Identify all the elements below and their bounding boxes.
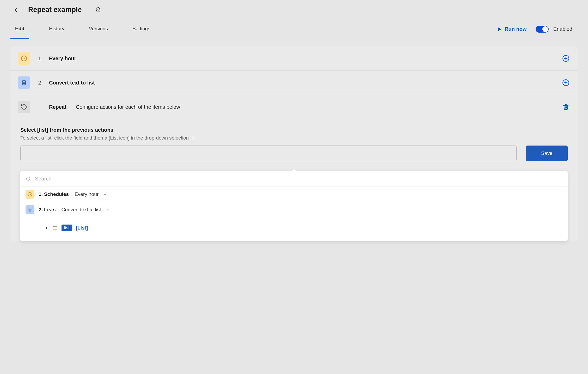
step-number: 2 [37,80,42,86]
clock-icon [26,190,34,199]
list-type-chip: list [62,225,72,231]
save-button[interactable]: Save [526,146,568,161]
dropdown-search-row [20,171,568,186]
search-icon [26,176,31,182]
list-value-link[interactable]: [List] [76,225,88,231]
enabled-toggle[interactable] [536,26,549,33]
config-hint: To select a list, click the field and th… [20,135,568,141]
step-title: Every hour [49,56,76,62]
page-title: Repeat example [28,6,82,14]
dropdown-item-sub: Every hour [75,191,99,197]
enabled-toggle-wrap: Enabled [536,26,572,33]
dropdown-popover: 1. Schedules Every hour 2. Lists Convert… [20,171,568,241]
plus-circle-icon [562,55,569,62]
clipboard-icon [18,76,30,89]
repeat-row: Repeat Configure actions for each of the… [10,95,578,119]
tab-settings[interactable]: Settings [128,20,155,39]
add-step-button[interactable] [561,78,570,87]
chevron-down-icon [103,192,107,197]
tabs-bar: Edit History Versions Settings Run now E… [0,20,588,39]
run-now-label: Run now [505,26,526,32]
list-select-input[interactable] [20,146,517,161]
arrow-left-icon [14,7,20,13]
page-header: Repeat example [0,0,588,20]
caret-right-icon [45,226,48,230]
tab-versions[interactable]: Versions [84,20,113,39]
tabs: Edit History Versions Settings [10,20,155,39]
step-title: Convert text to list [49,80,95,86]
dropdown-item-sub: Convert text to list [61,207,101,213]
dropdown-item-schedules[interactable]: 1. Schedules Every hour [20,186,568,202]
repeat-icon [18,101,30,113]
step-row[interactable]: 2 Convert text to list [10,71,578,95]
step-row[interactable]: 1 Every hour [10,46,578,71]
repeat-label: Repeat [49,104,66,110]
clock-icon [18,52,30,65]
step-number: 1 [37,56,42,62]
delete-step-button[interactable] [561,102,570,111]
bell-off-icon [95,7,101,13]
repeat-config: Select [list] from the previous actions … [10,119,578,171]
back-button[interactable] [13,6,21,14]
tab-edit[interactable]: Edit [10,20,29,39]
run-now-button[interactable]: Run now [497,26,526,32]
svg-marker-24 [46,227,47,229]
repeat-description: Configure actions for each of the items … [76,104,180,110]
svg-point-17 [27,177,30,180]
dropdown-search-input[interactable] [35,176,562,182]
dropdown-item-lists[interactable]: 2. Lists Convert text to list [20,202,568,217]
workflow-panel: 1 Every hour 2 Convert text to list Repe… [10,46,578,241]
svg-marker-2 [498,27,501,31]
enabled-label: Enabled [553,26,572,32]
chevron-up-icon [105,207,110,212]
mute-notifications-button[interactable] [94,6,102,14]
list-icon [52,226,58,230]
list-icon [191,136,195,140]
clipboard-icon [26,205,34,214]
svg-line-18 [29,180,30,181]
play-icon [497,27,502,32]
trash-icon [563,104,569,110]
add-step-button[interactable] [561,54,570,63]
tab-history[interactable]: History [44,20,69,39]
config-heading: Select [list] from the previous actions [20,127,568,133]
dropdown-item-label: 2. Lists [39,207,56,213]
plus-circle-icon [562,79,569,86]
dropdown-item-label: 1. Schedules [39,191,69,197]
dropdown-sub-list[interactable]: list [List] [20,217,568,241]
